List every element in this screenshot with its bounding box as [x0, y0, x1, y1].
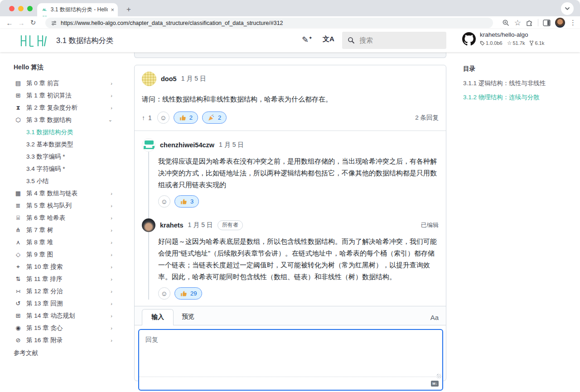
upvote-button[interactable]: ↑1 — [142, 114, 152, 121]
translate-icon[interactable]: 文A — [323, 35, 334, 44]
sidebar-item-chapter-14[interactable]: ⊞第 14 章 动态规划› — [14, 310, 127, 322]
tab-preview[interactable]: 预览 — [174, 309, 203, 325]
sidebar-item-section-3-5[interactable]: 3.5 小结 — [14, 175, 127, 187]
reply-date[interactable]: 1 月 5 日 — [188, 221, 213, 229]
toc-title: 目录 — [463, 65, 572, 73]
sidebar-item-chapter-0[interactable]: ▤第 0 章 前言› — [14, 77, 127, 89]
reaction-thumbs-up[interactable]: 2 — [174, 111, 198, 124]
sidebar-item-section-3-1[interactable]: 3.1 数据结构分类 — [14, 126, 127, 138]
reaction-thumbs-up[interactable]: 3 — [174, 195, 199, 208]
sidebar-item-chapter-7[interactable]: ⋔第 7 章 树› — [14, 224, 127, 236]
hello-algo-logo[interactable] — [20, 34, 49, 47]
chevron-right-icon[interactable]: › — [111, 264, 112, 270]
comment-date[interactable]: 1 月 5 日 — [181, 75, 206, 83]
chevron-right-icon[interactable]: › — [111, 252, 112, 257]
reload-button[interactable]: ↻ — [27, 19, 39, 27]
add-reaction-button[interactable]: ☺ — [158, 195, 170, 208]
side-panel-icon[interactable] — [543, 19, 551, 26]
sidebar-item-chapter-11[interactable]: ⇅第 11 章 排序› — [14, 273, 127, 285]
chevron-right-icon[interactable]: › — [111, 301, 112, 306]
window-chevron-button[interactable] — [561, 2, 574, 15]
sidebar-item-chapter-10[interactable]: ⌖第 10 章 搜索› — [14, 261, 127, 273]
reply-date[interactable]: 1 月 5 日 — [219, 141, 244, 149]
table-of-contents: 目录 3.1.1 逻辑结构：线性与非线性 3.1.2 物理结构：连续与分散 — [463, 65, 572, 107]
extensions-puzzle-icon[interactable] — [526, 19, 533, 27]
comment-author[interactable]: doo5 — [161, 75, 177, 82]
avatar[interactable] — [142, 138, 155, 152]
site-settings-icon[interactable] — [51, 20, 57, 26]
reaction-party[interactable]: 2 — [202, 111, 227, 124]
sidebar-item-chapter-5[interactable]: ≣第 5 章 栈与队列› — [14, 199, 127, 212]
text-format-icon[interactable]: Aa — [430, 314, 439, 325]
chevron-right-icon[interactable]: › — [111, 93, 112, 98]
reaction-thumbs-up[interactable]: 29 — [174, 287, 202, 300]
sidebar-item-chapter-4[interactable]: ▦第 4 章 数组与链表› — [14, 187, 127, 199]
bookmark-star-icon[interactable]: ☆ — [514, 18, 521, 28]
new-tab-button[interactable]: + — [123, 4, 134, 15]
chevron-right-icon[interactable]: › — [111, 289, 112, 294]
markdown-icon[interactable]: M↓ — [431, 381, 439, 387]
browser-tab-strip: ALGO 3.1 数据结构分类 - Hello 算法 × + — [0, 0, 580, 16]
sidebar-item-chapter-13[interactable]: ↺第 13 章 回溯› — [14, 297, 127, 310]
sidebar-item-chapter-12[interactable]: ∺第 12 章 分治› — [14, 285, 127, 297]
close-window-button[interactable] — [9, 6, 14, 11]
tab-close-icon[interactable]: × — [111, 6, 114, 13]
chevron-right-icon[interactable]: › — [111, 313, 112, 319]
sidebar-item-chapter-1[interactable]: ⊞第 1 章 初识算法› — [14, 89, 127, 102]
toc-item-3-1-2[interactable]: 3.1.2 物理结构：连续与分散 — [463, 93, 572, 102]
reply-author[interactable]: chenzhiwei54czw — [160, 141, 214, 149]
chevron-right-icon[interactable]: › — [111, 105, 112, 111]
reply-author[interactable]: krahets — [160, 222, 184, 229]
forward-button[interactable]: → — [15, 19, 27, 27]
chevron-right-icon[interactable]: › — [111, 215, 112, 221]
toc-item-3-1-1[interactable]: 3.1.1 逻辑结构：线性与非线性 — [463, 79, 572, 87]
sidebar-item-references[interactable]: 参考文献 — [14, 347, 127, 359]
minimize-window-button[interactable] — [18, 6, 24, 11]
sidebar-item-chapter-8[interactable]: ⋏第 8 章 堆› — [14, 236, 127, 248]
reply-textarea[interactable] — [139, 330, 442, 377]
search-input[interactable]: 搜索 — [342, 32, 446, 49]
address-bar[interactable]: https://www.hello-algo.com/chapter_data_… — [45, 18, 493, 28]
theme-toggle-icon[interactable]: ✎✦ — [302, 35, 312, 45]
chevron-right-icon[interactable]: › — [111, 276, 112, 282]
chevron-down-icon — [565, 7, 570, 10]
tab-write[interactable]: 输入 — [142, 309, 174, 325]
add-reaction-button[interactable]: ☺ — [158, 287, 170, 300]
browser-profile-avatar[interactable] — [555, 18, 565, 28]
sidebar-item-section-3-2[interactable]: 3.2 基本数据类型 — [14, 138, 127, 150]
chevron-right-icon[interactable]: › — [111, 240, 112, 245]
site-favicon: ALGO — [41, 6, 48, 14]
chevron-right-icon[interactable]: › — [111, 191, 112, 196]
graph-icon: ◇ — [14, 251, 23, 258]
browser-menu-kebab-icon[interactable]: ⋮ — [570, 19, 576, 27]
sidebar-item-chapter-6[interactable]: ⌸第 6 章 哈希表› — [14, 212, 127, 224]
github-repo-link[interactable]: krahets/hello-algo 1.0.0b6 ☆51.7k 6.1k — [462, 31, 544, 46]
sidebar-item-chapter-16[interactable]: ⊘第 16 章 附录› — [14, 334, 127, 346]
sidebar-item-chapter-9[interactable]: ◇第 9 章 图› — [14, 248, 127, 261]
avatar[interactable] — [142, 218, 155, 232]
chevron-right-icon[interactable]: › — [111, 227, 112, 233]
sidebar-item-chapter-15[interactable]: ◉第 15 章 贪心› — [14, 322, 127, 334]
browser-tab[interactable]: ALGO 3.1 数据结构分类 - Hello 算法 × — [37, 3, 118, 16]
chevron-right-icon[interactable]: › — [111, 81, 112, 86]
zoom-icon[interactable] — [502, 19, 510, 27]
tab-title: 3.1 数据结构分类 - Hello 算法 — [51, 6, 108, 14]
hash-icon: ⌸ — [14, 214, 23, 222]
avatar[interactable] — [142, 72, 156, 86]
sidebar-item-section-3-3[interactable]: 3.3 数字编码 * — [14, 150, 127, 163]
repo-forks: 6.1k — [529, 40, 544, 46]
sidebar-item-section-3-4[interactable]: 3.4 字符编码 * — [14, 163, 127, 175]
chevron-right-icon[interactable]: › — [111, 325, 112, 331]
chevron-right-icon[interactable]: › — [111, 203, 112, 208]
add-reaction-button[interactable]: ☺ — [157, 111, 169, 124]
divide-icon: ∺ — [14, 288, 23, 295]
sidebar-item-chapter-2[interactable]: ⧗第 2 章 复杂度分析› — [14, 102, 127, 114]
hourglass-icon: ⧗ — [14, 104, 23, 111]
chevron-down-icon[interactable]: ⌄ — [108, 117, 112, 123]
back-button[interactable]: ← — [4, 19, 15, 27]
fullscreen-window-button[interactable] — [27, 6, 33, 11]
chevron-right-icon[interactable]: › — [111, 338, 112, 343]
sidebar-item-chapter-3[interactable]: ⬡第 3 章 数据结构⌄ — [14, 114, 127, 126]
toolbar-divider — [538, 19, 538, 26]
resize-grip[interactable] — [437, 374, 441, 378]
